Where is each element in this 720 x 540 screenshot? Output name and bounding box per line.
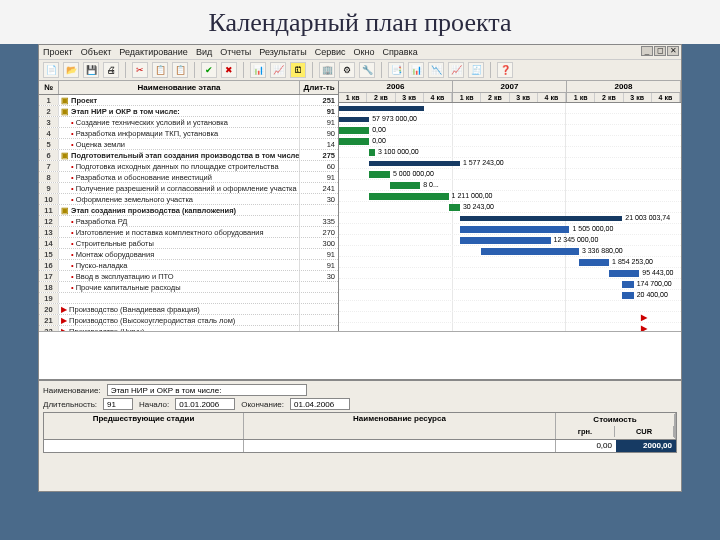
toolbar: 📄 📂 💾 🖨 ✂ 📋 📋 ✔ ✖ 📊 📈 🗓 🏢 ⚙ 🔧 📑 📊 📉 📈 🧾 … xyxy=(39,60,681,81)
col-cost: Стоимость грн. CUR xyxy=(556,413,676,439)
gantt-bar[interactable] xyxy=(369,193,448,200)
field-end[interactable]: 01.04.2006 xyxy=(290,398,350,410)
table-row[interactable]: 14• Строительные работы300 xyxy=(39,238,338,249)
gantt-row: 95 443,00 xyxy=(339,268,681,279)
graph-icon[interactable]: 📈 xyxy=(270,62,286,78)
chart-icon[interactable]: 📊 xyxy=(250,62,266,78)
report4-icon[interactable]: 📈 xyxy=(448,62,464,78)
gantt-bar[interactable] xyxy=(369,149,375,156)
resource-table: Предшествующие стадии Наименование ресур… xyxy=(43,412,677,453)
bar-label: 95 443,00 xyxy=(642,269,673,276)
table-row[interactable]: 1▣ Проект251 xyxy=(39,95,338,106)
menu-help[interactable]: Справка xyxy=(382,47,417,57)
gantt-bar[interactable] xyxy=(449,204,460,211)
col-duration: Длит-ть xyxy=(300,81,338,94)
menu-results[interactable]: Результаты xyxy=(259,47,306,57)
report2-icon[interactable]: 📊 xyxy=(408,62,424,78)
field-name[interactable]: Этап НИР и ОКР в том числе: xyxy=(107,384,307,396)
cut-icon[interactable]: ✂ xyxy=(132,62,148,78)
gantt-bar[interactable] xyxy=(369,161,460,166)
menu-view[interactable]: Вид xyxy=(196,47,212,57)
wrench-icon[interactable]: 🔧 xyxy=(359,62,375,78)
copy-icon[interactable]: 📋 xyxy=(152,62,168,78)
report1-icon[interactable]: 📑 xyxy=(388,62,404,78)
print-icon[interactable]: 🖨 xyxy=(103,62,119,78)
menu-edit[interactable]: Редактирование xyxy=(119,47,188,57)
table-row[interactable]: 17• Ввод в эксплуатацию и ПТО30 xyxy=(39,271,338,282)
gantt-bar[interactable] xyxy=(369,171,390,178)
table-row[interactable]: 4• Разработка информации ТКП, установка9… xyxy=(39,128,338,139)
table-row[interactable]: 8• Разработка и обоснование инвестиций91 xyxy=(39,172,338,183)
table-row[interactable]: 11▣ Этап создания производства (капвложе… xyxy=(39,205,338,216)
new-icon[interactable]: 📄 xyxy=(43,62,59,78)
gantt-row: ▶ xyxy=(339,312,681,323)
gantt-bar[interactable] xyxy=(339,138,369,145)
cell-pred[interactable] xyxy=(44,440,244,452)
table-row[interactable]: 19 xyxy=(39,293,338,304)
menu-project[interactable]: Проект xyxy=(43,47,73,57)
table-row[interactable]: 12• Разработка РД335 xyxy=(39,216,338,227)
menu-reports[interactable]: Отчеты xyxy=(220,47,251,57)
menu-window[interactable]: Окно xyxy=(354,47,375,57)
table-row[interactable]: 2▣ Этап НИР и ОКР в том числе:91 xyxy=(39,106,338,117)
bar-label: 1 211 000,00 xyxy=(452,192,493,199)
table-row[interactable]: 3• Создание технических условий и устано… xyxy=(39,117,338,128)
table-row[interactable]: 5• Оценка земли14 xyxy=(39,139,338,150)
report5-icon[interactable]: 🧾 xyxy=(468,62,484,78)
bar-label: 57 973 000,00 xyxy=(372,115,417,122)
table-row[interactable]: 21▶ Производство (Высокоуглеродистая ста… xyxy=(39,315,338,326)
gantt-row: 12 345 000,00 xyxy=(339,235,681,246)
gantt-bar[interactable] xyxy=(622,292,633,299)
building-icon[interactable]: 🏢 xyxy=(319,62,335,78)
table-row[interactable]: 16• Пуско-наладка91 xyxy=(39,260,338,271)
menu-service[interactable]: Сервис xyxy=(315,47,346,57)
table-row[interactable]: 20▶ Производство (Ванадиевая фракция) xyxy=(39,304,338,315)
gantt-bar[interactable] xyxy=(390,182,420,189)
table-row[interactable]: 9• Получение разрешений и согласований и… xyxy=(39,183,338,194)
minimize-button[interactable]: _ xyxy=(641,46,653,56)
table-row[interactable]: 7• Подготовка исходных данных по площадк… xyxy=(39,161,338,172)
field-start[interactable]: 01.01.2006 xyxy=(175,398,235,410)
table-row[interactable]: 22▶ Производство (Чугун) xyxy=(39,326,338,331)
separator xyxy=(194,62,195,78)
cell-resname[interactable] xyxy=(244,440,556,452)
table-row[interactable]: 13• Изготовление и поставка комплектного… xyxy=(39,227,338,238)
gantt-row xyxy=(339,301,681,312)
table-row[interactable]: 18• Прочие капитальные расходы xyxy=(39,282,338,293)
bar-label: 3 336 880,00 xyxy=(582,247,623,254)
gantt-bar[interactable] xyxy=(622,281,633,288)
gantt-bar[interactable] xyxy=(460,216,622,221)
close-button[interactable]: ✕ xyxy=(667,46,679,56)
gear-icon[interactable]: ⚙ xyxy=(339,62,355,78)
help-icon[interactable]: ❓ xyxy=(497,62,513,78)
bar-label: 30 243,00 xyxy=(463,203,494,210)
table-row[interactable]: 6▣ Подготовительный этап создания произв… xyxy=(39,150,338,161)
gantt-bar[interactable] xyxy=(460,226,570,233)
menu-object[interactable]: Объект xyxy=(81,47,112,57)
maximize-button[interactable]: ◻ xyxy=(654,46,666,56)
paste-icon[interactable]: 📋 xyxy=(172,62,188,78)
save-icon[interactable]: 💾 xyxy=(83,62,99,78)
gantt-bar[interactable] xyxy=(460,237,551,244)
report3-icon[interactable]: 📉 xyxy=(428,62,444,78)
gantt-bar[interactable] xyxy=(339,106,424,111)
gantt-row: 21 003 003,74 xyxy=(339,213,681,224)
gantt-bar[interactable] xyxy=(481,248,579,255)
calendar-icon[interactable]: 🗓 xyxy=(290,62,306,78)
table-row[interactable]: 10• Оформление земельного участка30 xyxy=(39,194,338,205)
check-icon[interactable]: ✔ xyxy=(201,62,217,78)
bar-label: 1 577 243,00 xyxy=(463,159,504,166)
gantt-bar[interactable] xyxy=(609,270,639,277)
bar-label: 5 000 000,00 xyxy=(393,170,434,177)
bar-label: 1 854 253,00 xyxy=(612,258,653,265)
field-duration[interactable]: 91 xyxy=(103,398,133,410)
bar-label: 174 700,00 xyxy=(637,280,672,287)
gantt-bar[interactable] xyxy=(579,259,609,266)
gantt-bar[interactable] xyxy=(339,127,369,134)
production-marker-icon: ▶ xyxy=(641,324,647,331)
cell-cur: 2000,00 xyxy=(616,440,676,452)
gantt-bar[interactable] xyxy=(339,117,369,122)
open-icon[interactable]: 📂 xyxy=(63,62,79,78)
cancel-icon[interactable]: ✖ xyxy=(221,62,237,78)
table-row[interactable]: 15• Монтаж оборудования91 xyxy=(39,249,338,260)
